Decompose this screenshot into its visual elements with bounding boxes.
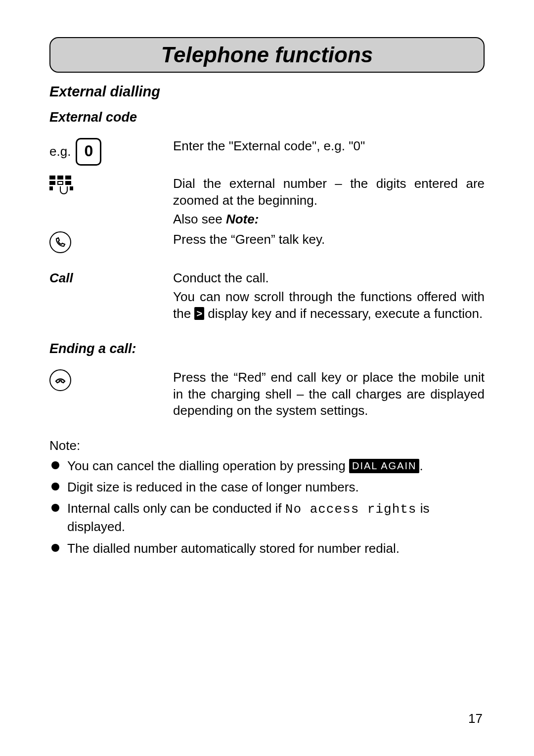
display-key-chip: > <box>194 307 204 320</box>
row-end-text: Press the “Red” end call key or place th… <box>173 369 485 419</box>
eg-prefix: e.g. <box>49 143 71 160</box>
row-end-call: Press the “Red” end call key or place th… <box>49 369 485 421</box>
row-external-code-left: e.g. 0 <box>49 138 173 166</box>
row-external-code: e.g. 0 Enter the "External code", e.g. "… <box>49 138 485 166</box>
row-dial-text-1: Dial the external number – the digits en… <box>173 176 485 209</box>
dial-again-chip: DIAL AGAIN <box>349 459 419 473</box>
dialpad-icon <box>49 176 73 196</box>
page-number: 17 <box>468 711 483 726</box>
row-green-key: Press the “Green” talk key. <box>49 231 485 253</box>
page-title-bar: Telephone functions <box>49 37 485 73</box>
row-dial-text-2: Also see Note: <box>173 211 485 228</box>
talk-key-icon <box>49 231 71 253</box>
note-1b: . <box>419 458 423 473</box>
page-title: Telephone functions <box>161 43 373 67</box>
note-1a: You can cancel the dialling operation by… <box>67 458 349 473</box>
row-call: Call Conduct the call. You can now scrol… <box>49 270 485 324</box>
row-dial-right: Dial the external number – the digits en… <box>173 176 485 229</box>
note-3a: Internal calls only can be conducted if <box>67 501 285 516</box>
row-green-text: Press the “Green” talk key. <box>173 231 485 248</box>
note-item-4: The dialled number automatically stored … <box>49 540 485 557</box>
row-external-code-text: Enter the "External code", e.g. "0" <box>173 138 485 155</box>
row-dial-text-2a: Also see <box>173 212 226 226</box>
row-dial-number: Dial the external number – the digits en… <box>49 176 485 229</box>
key-0-icon: 0 <box>76 138 101 166</box>
row-end-right: Press the “Red” end call key or place th… <box>173 369 485 421</box>
subsection-heading: External code <box>49 110 485 125</box>
ending-call-heading: Ending a call: <box>49 341 485 356</box>
row-call-text-2b: display key and if necessary, execute a … <box>204 306 483 321</box>
section-heading: External dialling <box>49 84 485 100</box>
note-item-3: Internal calls only can be conducted if … <box>49 500 485 535</box>
row-call-text-2: You can now scroll through the functions… <box>173 289 485 322</box>
note-label: Note: <box>49 438 485 453</box>
note-list: You can cancel the dialling operation by… <box>49 457 485 557</box>
row-dial-left <box>49 176 173 196</box>
row-call-left: Call <box>49 270 173 287</box>
row-green-right: Press the “Green” talk key. <box>173 231 485 250</box>
row-external-code-right: Enter the "External code", e.g. "0" <box>173 138 485 157</box>
note-item-1: You can cancel the dialling operation by… <box>49 457 485 475</box>
row-call-text-1: Conduct the call. <box>173 270 485 287</box>
no-access-rights-text: No access rights <box>285 502 417 517</box>
row-end-left <box>49 369 173 391</box>
note-item-2: Digit size is reduced in the case of lon… <box>49 479 485 496</box>
row-dial-note-ref: Note: <box>226 212 259 226</box>
end-call-key-icon <box>49 369 71 391</box>
row-call-right: Conduct the call. You can now scroll thr… <box>173 270 485 324</box>
row-green-left <box>49 231 173 253</box>
